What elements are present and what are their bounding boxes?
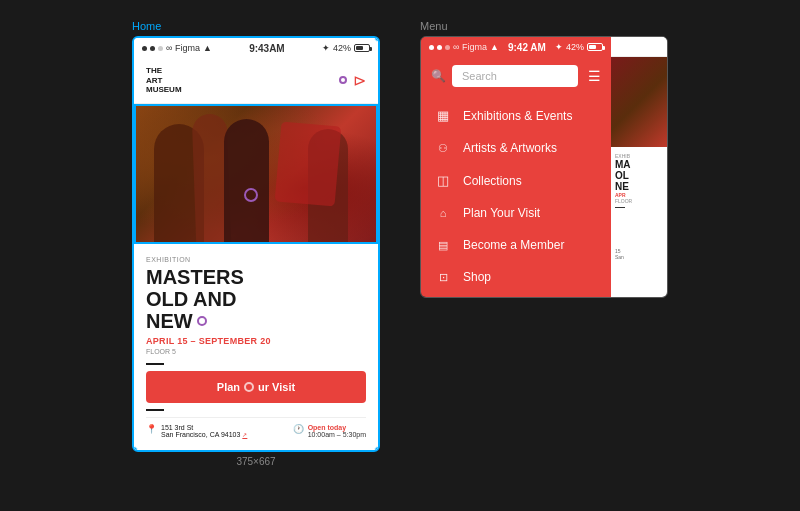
menu-icon[interactable]: ⊳: [353, 71, 366, 90]
search-placeholder: Search: [462, 70, 497, 82]
purple-dot: [339, 76, 347, 84]
menu-items-list: ▦ Exhibitions & Events ⚇ Artists & Artwo…: [421, 95, 611, 297]
app-navbar: THE ART MUSEUM ⊳: [134, 58, 378, 104]
menu-item-artists[interactable]: ⚇ Artists & Artworks: [421, 132, 611, 164]
home-label: Home: [132, 20, 161, 32]
footer-address: 📍 151 3rd St San Francisco, CA 94103 ↗: [146, 424, 247, 438]
content-area: EXHIBITION MASTERS OLD AND NEW APRIL 15 …: [134, 244, 378, 450]
home-time: 9:43AM: [249, 43, 285, 54]
anchor-br: [374, 446, 380, 452]
m-dot1: [429, 45, 434, 50]
search-icon: 🔍: [431, 69, 446, 83]
battery-percent: 42%: [333, 43, 351, 53]
app-name: ∞ Figma: [166, 43, 200, 53]
hero-circle: [244, 188, 258, 202]
divider-2: [146, 409, 164, 411]
home-frame-wrapper: Home ∞ Figma ▲ 9:43AM ✦ 42%: [132, 20, 380, 467]
bluetooth-icon: ✦: [322, 43, 330, 53]
menu-item-shop[interactable]: ⊡ Shop: [421, 261, 611, 293]
figure-3: [224, 119, 269, 244]
menu-time: 9:42 AM: [508, 42, 546, 53]
exhibitions-label: Exhibitions & Events: [463, 109, 572, 123]
menu-status-left: ∞ Figma ▲: [429, 42, 499, 52]
menu-label: Menu: [420, 20, 448, 32]
artists-icon: ⚇: [433, 142, 453, 155]
address-link[interactable]: ↗: [242, 432, 247, 438]
navbar-right: ⊳: [339, 71, 366, 90]
plan-visit-button[interactable]: Plan ur Visit: [146, 371, 366, 403]
clock-icon: 🕐: [293, 424, 304, 434]
hero-accent: [275, 121, 342, 206]
status-left: ∞ Figma ▲: [142, 43, 212, 53]
anchor-bl: [132, 446, 138, 452]
hamburger-icon[interactable]: ☰: [588, 68, 601, 84]
home-dimensions: 375×667: [236, 456, 275, 467]
sliver-status: [611, 37, 667, 57]
title-purple-circle: [197, 316, 207, 326]
artists-label: Artists & Artworks: [463, 141, 557, 155]
m-dot3: [445, 45, 450, 50]
m-app: ∞ Figma: [453, 42, 487, 52]
exhibition-title: MASTERS OLD AND NEW: [146, 266, 366, 332]
btn-text-right: ur Visit: [258, 381, 295, 393]
hours-status: Open today: [308, 424, 366, 431]
search-input-box[interactable]: Search: [452, 65, 578, 87]
battery-tip: [370, 47, 372, 51]
btn-text-left: Plan: [217, 381, 240, 393]
sliver-addr: 15San: [615, 248, 663, 260]
collections-icon: ◫: [433, 173, 453, 188]
wifi-icon: ▲: [203, 43, 212, 53]
sliver-content: EXHIB MAOLNE APR FLOOR 15San: [611, 147, 667, 266]
menu-search-bar: 🔍 Search ☰: [421, 57, 611, 95]
menu-phone-frame: ∞ Figma ▲ 9:42 AM ✦ 42% 🔍 Search: [420, 36, 668, 298]
become-member-icon: ▤: [433, 239, 453, 252]
menu-panel: ∞ Figma ▲ 9:42 AM ✦ 42% 🔍 Search: [421, 37, 611, 297]
status-right: ✦ 42%: [322, 43, 370, 53]
menu-status-bar: ∞ Figma ▲ 9:42 AM ✦ 42%: [421, 37, 611, 57]
sliver-hero: [611, 57, 667, 147]
hours-block: Open today 10:00am – 5:30pm: [308, 424, 366, 438]
location-icon: 📍: [146, 424, 157, 434]
shop-label: Shop: [463, 270, 491, 284]
dot1: [142, 46, 147, 51]
address-line2: San Francisco, CA 94103: [161, 431, 240, 438]
footer-hours: 🕐 Open today 10:00am – 5:30pm: [293, 424, 366, 438]
menu-item-exhibitions[interactable]: ▦ Exhibitions & Events: [421, 99, 611, 132]
menu-item-become-member[interactable]: ▤ Become a Member: [421, 229, 611, 261]
m-battery: [587, 43, 603, 51]
hero-image: [134, 104, 378, 244]
battery-fill: [356, 46, 363, 50]
dot3: [158, 46, 163, 51]
shop-icon: ⊡: [433, 271, 453, 284]
become-member-label: Become a Member: [463, 238, 564, 252]
menu-status-right: ✦ 42%: [555, 42, 603, 52]
sliver-floor: FLOOR: [615, 198, 663, 204]
exhibition-floor: FLOOR 5: [146, 348, 366, 355]
sliver-title: MAOLNE: [615, 159, 663, 192]
menu-item-collections[interactable]: ◫ Collections: [421, 164, 611, 197]
anchor-tr: [374, 36, 380, 42]
plan-visit-icon: ⌂: [433, 207, 453, 219]
exhibition-label: EXHIBITION: [146, 256, 366, 263]
home-phone-frame: ∞ Figma ▲ 9:43AM ✦ 42% THE ART MUSEUM: [132, 36, 380, 452]
home-status-bar: ∞ Figma ▲ 9:43AM ✦ 42%: [134, 38, 378, 58]
museum-name: THE ART MUSEUM: [146, 66, 182, 95]
address-line1: 151 3rd St: [161, 424, 247, 431]
menu-right-sliver: EXHIB MAOLNE APR FLOOR 15San: [611, 37, 667, 297]
exhibition-dates: APRIL 15 – SEPTEMBER 20: [146, 336, 366, 346]
plan-visit-label: Plan Your Visit: [463, 206, 540, 220]
menu-item-plan-visit[interactable]: ⌂ Plan Your Visit: [421, 197, 611, 229]
address-block: 151 3rd St San Francisco, CA 94103 ↗: [161, 424, 247, 438]
menu-frame-wrapper: Menu ∞ Figma ▲ 9:42 AM ✦ 42%: [420, 20, 668, 298]
battery-icon: [354, 44, 370, 52]
hours-time: 10:00am – 5:30pm: [308, 431, 366, 438]
m-battery-fill: [589, 45, 596, 49]
btn-circle: [244, 382, 254, 392]
footer-info: 📍 151 3rd St San Francisco, CA 94103 ↗ 🕐…: [146, 417, 366, 442]
sliver-divider: [615, 207, 625, 208]
address-line2-wrap: San Francisco, CA 94103 ↗: [161, 431, 247, 438]
dot2: [150, 46, 155, 51]
divider-1: [146, 363, 164, 365]
m-bluetooth: ✦: [555, 42, 563, 52]
m-wifi: ▲: [490, 42, 499, 52]
